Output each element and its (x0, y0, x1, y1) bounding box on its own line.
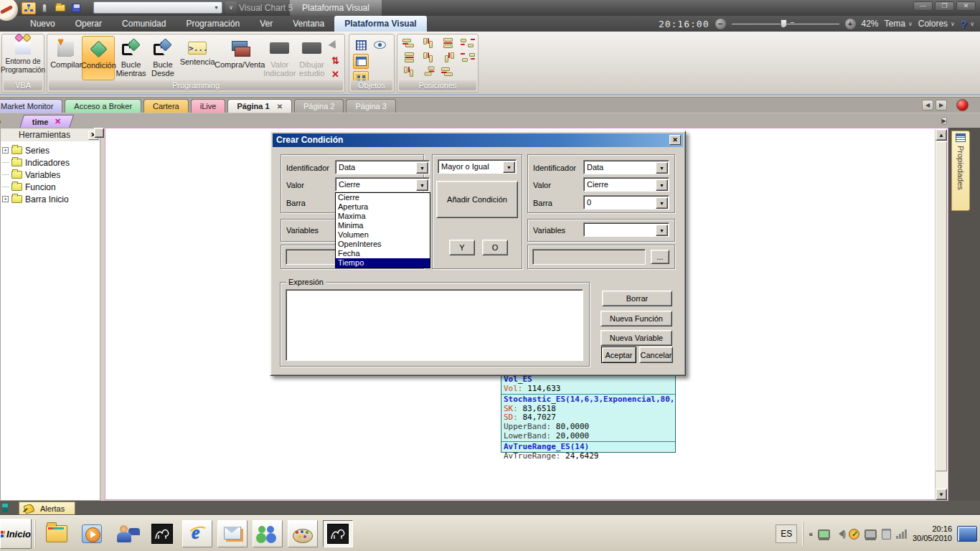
expresion-textarea[interactable] (286, 289, 583, 361)
language-indicator[interactable]: ES (776, 524, 797, 543)
sentencia-button[interactable]: >... Sentencia (179, 36, 216, 80)
align-bottom-icon[interactable] (461, 52, 475, 63)
subtab-scroll-right-button[interactable]: ▶ (941, 117, 947, 125)
messenger-launcher[interactable] (253, 520, 283, 547)
tab-pagina3[interactable]: Página 3 (346, 99, 395, 113)
borrar-button[interactable]: Borrar (602, 291, 672, 306)
tree-view-button[interactable] (22, 2, 36, 14)
tema-dropdown[interactable]: Tema∨ (885, 19, 913, 29)
update-status-icon[interactable] (849, 529, 859, 540)
panel-view-button[interactable] (353, 54, 369, 69)
anadir-condicion-button[interactable]: Añadir Condición (436, 181, 518, 218)
close-tab-icon[interactable]: ✕ (277, 100, 283, 113)
visualchart-launcher[interactable] (147, 520, 177, 547)
dialog-titlebar[interactable]: Crear Condición ✕ (273, 133, 683, 147)
grid-toggle-button[interactable] (353, 37, 369, 52)
tree-item-variables[interactable]: Variables (1, 169, 70, 181)
combo-arrow-icon[interactable]: ▼ (656, 197, 668, 209)
show-desktop-icon[interactable] (957, 526, 977, 542)
compra-venta-button[interactable]: Compra/Venta (216, 36, 263, 80)
tab-cartera[interactable]: Cartera (143, 99, 189, 113)
tree-item-indicadores[interactable]: Indicadores (1, 156, 70, 169)
explorer-launcher[interactable] (42, 520, 72, 547)
msn-launcher[interactable] (112, 520, 142, 547)
save-button[interactable] (69, 2, 83, 14)
zoom-out-button[interactable]: − (715, 19, 726, 29)
compilar-button[interactable]: Compilar (50, 36, 82, 80)
tab-pagina1[interactable]: Página 1✕ (227, 99, 292, 113)
removable-device-icon[interactable] (882, 529, 891, 540)
titlebar-combobox[interactable]: ▼ (93, 1, 222, 14)
o-button[interactable]: O (482, 240, 508, 255)
open-button[interactable] (53, 2, 67, 14)
visualchart-active-task[interactable] (323, 520, 353, 547)
menu-nuevo[interactable]: Nuevo (20, 16, 65, 32)
dialog-close-icon[interactable]: ✕ (669, 135, 681, 145)
entorno-programacion-button[interactable]: Entorno de Programación (2, 34, 44, 79)
paint-launcher[interactable] (288, 520, 318, 547)
tray-expand-icon[interactable]: « (809, 530, 813, 538)
network-monitor-icon[interactable] (818, 529, 830, 539)
tab-scroll-left-button[interactable]: ◀ (922, 100, 933, 110)
combo-arrow-icon[interactable]: ▼ (656, 162, 668, 174)
nueva-funcion-button[interactable]: Nueva Función (600, 311, 672, 326)
same-width-icon[interactable] (402, 67, 417, 77)
align-center-h-icon[interactable] (441, 38, 456, 49)
dropdown-option-fecha[interactable]: Fecha (336, 249, 430, 258)
start-button[interactable]: Inicio (0, 519, 32, 549)
dropdown-option-minima[interactable]: Minima (336, 221, 430, 230)
mail-launcher[interactable] (217, 520, 248, 547)
tab-time[interactable]: time ✕ (19, 115, 74, 128)
identificador-combo-right[interactable]: Data▼ (583, 160, 669, 174)
dibujar-estudio-button[interactable]: Dibujar estudio (296, 36, 327, 80)
visibility-button[interactable] (372, 37, 387, 52)
tab-scroll-right-button[interactable]: ▶ (936, 100, 947, 110)
zoom-slider-thumb[interactable] (781, 19, 787, 28)
expand-icon[interactable]: + (2, 147, 9, 154)
bucle-desde-button[interactable]: Bucle Desde (147, 36, 179, 80)
browse-button[interactable]: ... (651, 250, 669, 264)
align-middle-icon[interactable] (441, 52, 456, 63)
align-left-icon[interactable] (402, 38, 417, 49)
tab-market-monitor[interactable]: Market Monitor (0, 99, 62, 113)
distribute-h-icon[interactable] (402, 52, 417, 63)
variables-combo-right[interactable]: ▼ (583, 222, 669, 237)
alertas-tab[interactable]: Alertas (19, 501, 75, 514)
aceptar-button[interactable]: Aceptar (601, 347, 636, 363)
y-button[interactable]: Y (449, 240, 475, 255)
combo-arrow-icon[interactable]: ▼ (416, 179, 428, 191)
dropdown-option-apertura[interactable]: Apertura (336, 202, 430, 212)
menu-ver[interactable]: Ver (250, 16, 283, 32)
volume-icon[interactable] (835, 530, 844, 537)
internet-explorer-launcher[interactable] (182, 520, 212, 547)
minimize-button[interactable]: — (913, 1, 933, 11)
zoom-in-button[interactable]: + (845, 19, 856, 29)
signal-strength-icon[interactable] (896, 529, 908, 539)
help-dropdown[interactable]: ?∨ (961, 18, 974, 30)
dropdown-option-tiempo-selected[interactable]: Tiempo (336, 258, 430, 268)
barra-combo-right[interactable]: 0▼ (583, 195, 669, 209)
alert-bell-icon[interactable] (0, 115, 1, 126)
scrollbar-thumb[interactable] (936, 141, 947, 471)
tab-ilive[interactable]: iLive (191, 99, 226, 113)
identificador-combo-left[interactable]: Data▼ (335, 160, 430, 174)
close-button[interactable]: ✕ (956, 1, 976, 11)
close-subtab-icon[interactable]: ✕ (55, 117, 61, 126)
cancelar-button[interactable]: Cancelar (639, 347, 673, 363)
operator-combo[interactable]: Mayor o Igual▼ (438, 159, 517, 174)
combo-arrow-icon[interactable]: ▼ (656, 225, 668, 236)
pointer-icon[interactable] (329, 40, 342, 55)
scroll-down-icon[interactable]: ▼ (936, 489, 947, 500)
display-icon[interactable] (864, 529, 877, 539)
tree-item-barra-inicio[interactable]: + Barra Inicio (1, 193, 70, 205)
bucle-mientras-button[interactable]: Bucle Mientras (115, 36, 146, 80)
tree-item-funcion[interactable]: Funcion (1, 181, 70, 193)
dropdown-option-cierre[interactable]: Cierre (336, 193, 430, 202)
record-sphere-icon[interactable] (956, 99, 969, 111)
menu-ventana[interactable]: Ventana (283, 16, 334, 32)
dropdown-option-openinteres[interactable]: OpenInteres (336, 240, 430, 249)
toolbar-options-button[interactable]: ∨ (225, 1, 237, 14)
scroll-up-icon[interactable]: ▲ (936, 129, 947, 141)
dropdown-option-maxima[interactable]: Maxima (336, 212, 430, 221)
valor-indicador-button[interactable]: Valor Indicador (263, 36, 296, 80)
